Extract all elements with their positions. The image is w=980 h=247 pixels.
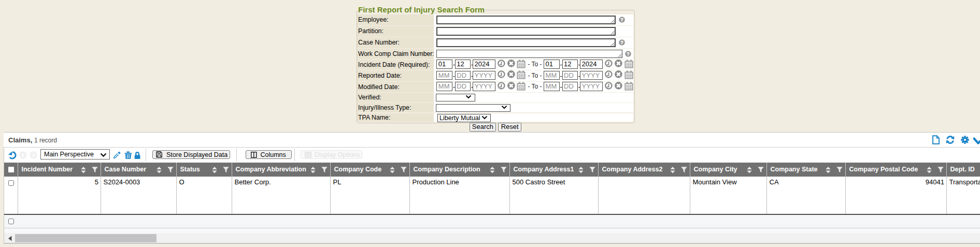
svg-text:?: ?: [620, 39, 623, 45]
svg-text:?: ?: [627, 51, 630, 56]
svg-text:?: ?: [620, 17, 623, 22]
